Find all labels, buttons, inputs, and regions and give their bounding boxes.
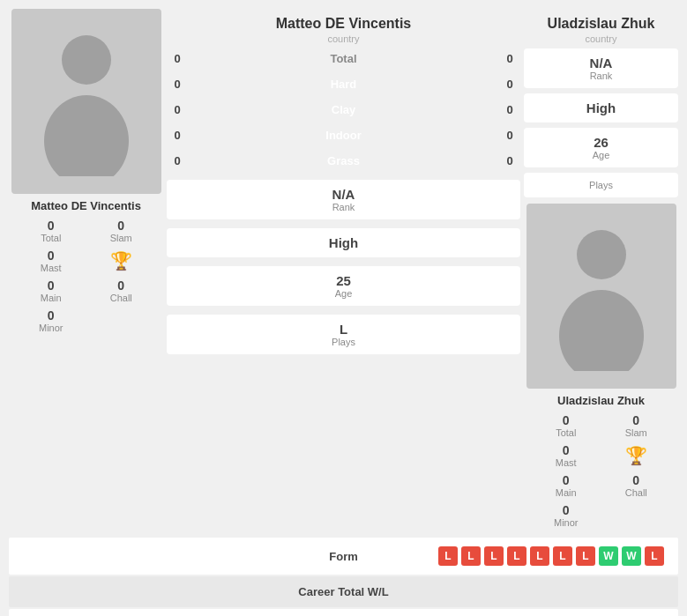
left-main-val: 0 bbox=[16, 278, 86, 293]
form-badge-4: L bbox=[530, 546, 549, 566]
left-age-card: 25 Age bbox=[167, 266, 520, 306]
right-mast-val: 0 bbox=[531, 443, 601, 457]
grass-left-score: 0 bbox=[167, 154, 188, 167]
right-minor-cell: 0 Minor bbox=[531, 501, 601, 531]
right-minor-val: 0 bbox=[531, 503, 601, 517]
left-rank-lbl: Rank bbox=[167, 202, 520, 212]
hard-btn[interactable]: Hard bbox=[188, 73, 499, 95]
right-main-val: 0 bbox=[531, 473, 601, 487]
total-label: Total bbox=[188, 48, 499, 70]
left-age-val: 25 bbox=[167, 273, 520, 288]
left-slam-val: 0 bbox=[86, 219, 157, 233]
right-player-name: Uladzislau Zhuk bbox=[554, 389, 648, 411]
form-badges: LLLLLLLWWL bbox=[438, 546, 664, 566]
left-slam-lbl: Slam bbox=[86, 233, 157, 243]
right-age-lbl: Age bbox=[534, 150, 668, 160]
left-main-lbl: Main bbox=[16, 293, 86, 303]
left-rank-val: N/A bbox=[167, 187, 520, 202]
clay-btn[interactable]: Clay bbox=[188, 99, 499, 121]
right-total-lbl: Total bbox=[531, 427, 601, 438]
left-country: country bbox=[327, 33, 359, 44]
indoor-right-score: 0 bbox=[499, 129, 520, 142]
total-score-row: 0 Total 0 bbox=[167, 46, 520, 71]
indoor-btn[interactable]: Indoor bbox=[188, 124, 499, 146]
left-plays-lbl: Plays bbox=[167, 337, 520, 347]
left-total-cell: 0 Total bbox=[16, 216, 86, 246]
total-right-score: 0 bbox=[499, 52, 520, 65]
left-chall-cell: 0 Chall bbox=[86, 276, 157, 306]
form-badge-8: W bbox=[622, 546, 641, 566]
left-high-card: High bbox=[167, 228, 520, 257]
left-trophy-icon: 🏆 bbox=[110, 250, 132, 271]
grass-btn[interactable]: Grass bbox=[188, 150, 499, 172]
hard-left-score: 0 bbox=[167, 78, 188, 91]
left-high-val: High bbox=[167, 235, 520, 250]
form-badge-5: L bbox=[553, 546, 572, 566]
main-container: Matteo DE Vincentis 0 Total 0 Slam 0 Mas… bbox=[0, 0, 687, 616]
right-rank-lbl: Rank bbox=[534, 71, 668, 81]
left-plays-val: L bbox=[167, 322, 520, 337]
comparison-area: Matteo DE Vincentis 0 Total 0 Slam 0 Mas… bbox=[9, 9, 678, 531]
left-plays-card: L Plays bbox=[167, 315, 520, 354]
left-minor-lbl: Minor bbox=[16, 323, 86, 333]
right-total-val: 0 bbox=[531, 413, 601, 427]
bottom-section: Form LLLLLLLWWL Career Total W/L YTD W/L… bbox=[9, 538, 678, 616]
right-high-val: High bbox=[534, 100, 668, 115]
form-badge-9: L bbox=[645, 546, 664, 566]
indoor-left-score: 0 bbox=[167, 129, 188, 142]
left-minor-cell: 0 Minor bbox=[16, 306, 86, 336]
clay-score-row: 0 Clay 0 bbox=[167, 97, 520, 122]
left-total-val: 0 bbox=[16, 219, 86, 233]
right-age-val: 26 bbox=[534, 135, 668, 150]
right-chall-cell: 0 Chall bbox=[601, 471, 672, 501]
right-mast-cell: 0 Mast bbox=[531, 441, 601, 471]
right-total-cell: 0 Total bbox=[531, 411, 601, 441]
indoor-score-row: 0 Indoor 0 bbox=[167, 122, 520, 148]
svg-point-3 bbox=[559, 290, 644, 371]
left-mast-val: 0 bbox=[16, 249, 86, 263]
career-wl-row: Career Total W/L bbox=[9, 576, 678, 607]
right-age-card: 26 Age bbox=[524, 128, 678, 167]
right-slam-cell: 0 Slam bbox=[601, 411, 672, 441]
right-player-heading: Uladzislau Zhuk bbox=[544, 9, 659, 33]
form-badge-7: W bbox=[599, 546, 618, 566]
form-badge-3: L bbox=[507, 546, 526, 566]
right-rank-card: N/A Rank bbox=[524, 48, 678, 88]
right-slam-val: 0 bbox=[601, 413, 672, 427]
left-minor-val: 0 bbox=[16, 308, 86, 323]
right-player-block: Uladzislau Zhuk country N/A Rank High 26… bbox=[524, 9, 678, 531]
right-mast-lbl: Mast bbox=[531, 457, 601, 468]
svg-point-2 bbox=[577, 230, 626, 279]
left-mast-lbl: Mast bbox=[16, 263, 86, 273]
right-country: country bbox=[585, 33, 616, 44]
right-high-card: High bbox=[524, 93, 678, 122]
left-player-heading: Matteo DE Vincentis bbox=[273, 9, 415, 33]
form-badges-container: LLLLLLLWWL bbox=[523, 546, 664, 566]
right-player-stats: 0 Total 0 Slam 0 Mast 🏆 0 Main bbox=[524, 411, 678, 531]
right-player-photo bbox=[526, 204, 676, 389]
center-block: Matteo DE Vincentis country 0 Total 0 0 … bbox=[163, 9, 524, 531]
form-badge-1: L bbox=[461, 546, 481, 566]
left-player-stats: 0 Total 0 Slam 0 Mast 🏆 0 Main bbox=[9, 216, 163, 336]
clay-left-score: 0 bbox=[167, 103, 188, 116]
left-player-name: Matteo DE Vincentis bbox=[27, 194, 145, 216]
right-main-cell: 0 Main bbox=[531, 471, 601, 501]
right-trophy-icon: 🏆 bbox=[625, 445, 647, 466]
right-slam-lbl: Slam bbox=[601, 427, 672, 438]
left-rank-card: N/A Rank bbox=[167, 180, 520, 219]
left-slam-cell: 0 Slam bbox=[86, 216, 157, 246]
left-chall-lbl: Chall bbox=[86, 293, 157, 303]
grass-score-row: 0 Grass 0 bbox=[167, 148, 520, 174]
right-minor-lbl: Minor bbox=[531, 517, 601, 528]
svg-point-1 bbox=[44, 95, 129, 176]
right-plays-card: Plays bbox=[524, 173, 678, 197]
left-total-lbl: Total bbox=[16, 233, 86, 243]
left-age-lbl: Age bbox=[167, 288, 520, 299]
form-row: Form LLLLLLLWWL bbox=[9, 538, 678, 575]
grass-right-score: 0 bbox=[499, 154, 520, 167]
right-trophy-cell: 🏆 bbox=[601, 441, 672, 471]
left-player-silhouette bbox=[34, 26, 139, 176]
left-chall-val: 0 bbox=[86, 278, 157, 293]
right-rank-val: N/A bbox=[534, 56, 668, 71]
right-plays-lbl: Plays bbox=[534, 180, 668, 190]
